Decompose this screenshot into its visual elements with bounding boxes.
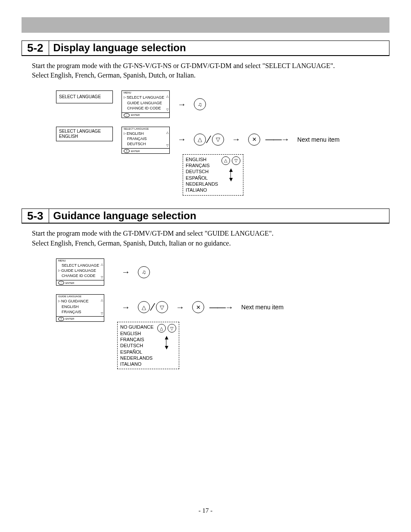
diagram-row: SELECT LANGUAGE ENGLISH SELECT LANGUAGE … — [56, 127, 389, 196]
diagram-row: SELECT LANGUAGE MENU SELECT LANGUAGE GUI… — [56, 90, 389, 118]
state-label: SELECT LANGUAGE — [59, 129, 110, 134]
option-item: NO GUIDANCE — [120, 324, 154, 330]
option-item: ENGLISH — [120, 330, 154, 336]
option-item: NEDERLANDS — [186, 181, 218, 187]
scroll-down-icon: ▽ — [166, 108, 168, 112]
diagram-5-2: SELECT LANGUAGE MENU SELECT LANGUAGE GUI… — [56, 90, 389, 195]
up-down-button-group: △ ⁄ ▽ — [194, 134, 224, 146]
arrow-icon: → — [176, 302, 184, 312]
footer-symbol-icon: ○ — [124, 113, 130, 117]
updown-arrow-icon: ▲│▼ — [228, 168, 234, 182]
up-button-icon: △ — [157, 324, 166, 333]
option-item: NEDERLANDS — [120, 355, 154, 361]
long-arrow-icon: ——→ — [265, 134, 289, 144]
state-label: SELECT LANGUAGE — [59, 94, 110, 100]
arrow-icon: → — [232, 134, 240, 144]
screen-item: CHANGE ID CODE — [124, 106, 168, 111]
screen-footer: ○ ENTER — [122, 112, 169, 118]
screen-item: ENGLISH — [58, 304, 102, 309]
screen-header: SELECT LANGUAGE — [122, 127, 169, 130]
slash-separator: ⁄ — [208, 134, 210, 146]
option-item: ESPAÑOL — [120, 349, 154, 355]
footer-symbol-icon: ✕ — [58, 317, 64, 321]
arrow-icon: → — [177, 134, 186, 144]
screen-item: SELECT LANGUAGE — [58, 263, 102, 268]
option-item: ITALIANO — [186, 187, 218, 193]
options-popup: ENGLISH FRANÇAIS DEUTSCH ESPAÑOL NEDERLA… — [183, 154, 243, 196]
updown-arrow-icon: ▲│▼ — [164, 335, 170, 350]
option-item: FRANÇAIS — [186, 162, 218, 168]
down-button-icon: ▽ — [156, 301, 168, 313]
x-button-icon: ✕ — [248, 134, 260, 146]
screen-item: ENGLISH — [124, 131, 168, 136]
intro-line: Start the program mode with the GT-DMV/G… — [32, 229, 389, 238]
bell-button-icon: ♫ — [138, 266, 150, 278]
footer-label: ENTER — [65, 317, 74, 320]
section-5-2-intro: Start the program mode with the GT-NS-V/… — [32, 61, 389, 81]
footer-label: ENTER — [131, 150, 140, 152]
long-arrow-icon: ——→ — [209, 302, 233, 312]
scroll-up-icon: △ — [101, 263, 103, 266]
scroll-up-icon: △ — [101, 299, 103, 302]
lcd-screen: MENU SELECT LANGUAGE GUIDE LANGUAGE CHAN… — [56, 258, 104, 286]
option-item: FRANÇAIS — [120, 336, 154, 342]
option-item: DEUTSCH — [186, 168, 218, 174]
screen-header: MENU — [122, 91, 169, 94]
scroll-down-icon: ▽ — [166, 144, 168, 147]
screen-item: CHANGE ID CODE — [58, 273, 102, 278]
down-button-icon: ▽ — [212, 134, 224, 146]
footer-symbol-icon: ✕ — [124, 149, 130, 153]
screen-item: DEUTSCH — [124, 141, 168, 146]
diagram-row: MENU SELECT LANGUAGE GUIDE LANGUAGE CHAN… — [56, 258, 389, 286]
section-heading-5-2: 5-2 Display language selection — [22, 40, 389, 56]
up-button-icon: △ — [138, 301, 150, 313]
screen-footer: ✕ ENTER — [56, 316, 104, 321]
arrow-icon: → — [121, 267, 130, 277]
up-button-icon: △ — [194, 134, 206, 146]
intro-line: Select English, French, German, Spanish,… — [32, 239, 389, 248]
screen-item: FRANÇAIS — [58, 309, 102, 314]
footer-symbol-icon: ○ — [58, 281, 64, 285]
diagram-5-3: MENU SELECT LANGUAGE GUIDE LANGUAGE CHAN… — [56, 258, 389, 370]
intro-line: Start the program mode with the GT-NS-V/… — [32, 61, 389, 71]
lcd-screen: GUIDE LANGUAGE NO GUIDANCE ENGLISH FRANÇ… — [56, 294, 104, 321]
slash-separator: ⁄ — [152, 301, 154, 313]
footer-label: ENTER — [65, 282, 74, 284]
next-menu-item-label: Next menu item — [241, 304, 283, 311]
lcd-screen: SELECT LANGUAGE ENGLISH FRANÇAIS DEUTSCH… — [121, 127, 170, 154]
section-5-3-intro: Start the program mode with the GT-DMV/G… — [32, 229, 389, 248]
section-heading-5-3: 5-3 Guidance language selection — [22, 208, 389, 224]
bell-button-icon: ♫ — [194, 98, 206, 110]
screen-item: FRANÇAIS — [124, 136, 168, 141]
section-title: Display language selection — [49, 41, 190, 54]
state-label-box: SELECT LANGUAGE ENGLISH — [56, 127, 113, 141]
screen-item: GUIDE LANGUAGE — [124, 100, 168, 106]
scroll-down-icon: ▽ — [101, 312, 103, 315]
down-button-icon: ▽ — [168, 324, 176, 333]
next-menu-item-label: Next menu item — [297, 136, 339, 143]
section-title: Guidance language selection — [49, 209, 201, 222]
screen-footer: ○ ENTER — [56, 280, 104, 285]
x-button-icon: ✕ — [192, 301, 204, 313]
intro-line: Select English, French, German, Spanish,… — [32, 71, 389, 80]
screen-header: GUIDE LANGUAGE — [56, 295, 104, 298]
screen-header: MENU — [56, 259, 104, 262]
scroll-up-icon: △ — [166, 95, 168, 98]
scroll-down-icon: ▽ — [101, 276, 103, 279]
arrow-icon: → — [121, 302, 130, 312]
footer-label: ENTER — [131, 114, 140, 116]
screen-item: SELECT LANGUAGE — [124, 95, 168, 100]
options-popup: NO GUIDANCE ENGLISH FRANÇAIS DEUTSCH ESP… — [117, 322, 179, 369]
screen-item: GUIDE LANGUAGE — [58, 268, 102, 273]
up-button-icon: △ — [221, 156, 230, 165]
section-number: 5-3 — [22, 209, 49, 223]
arrow-icon: → — [177, 100, 186, 109]
lcd-screen: MENU SELECT LANGUAGE GUIDE LANGUAGE CHAN… — [121, 90, 170, 118]
option-item: ESPAÑOL — [186, 175, 218, 181]
state-label-box: SELECT LANGUAGE — [56, 90, 113, 103]
scroll-up-icon: △ — [166, 131, 168, 134]
screen-item: NO GUIDANCE — [58, 299, 102, 304]
down-button-icon: ▽ — [232, 156, 240, 165]
up-down-button-group: △ ⁄ ▽ — [138, 301, 168, 313]
option-item: DEUTSCH — [120, 342, 154, 348]
